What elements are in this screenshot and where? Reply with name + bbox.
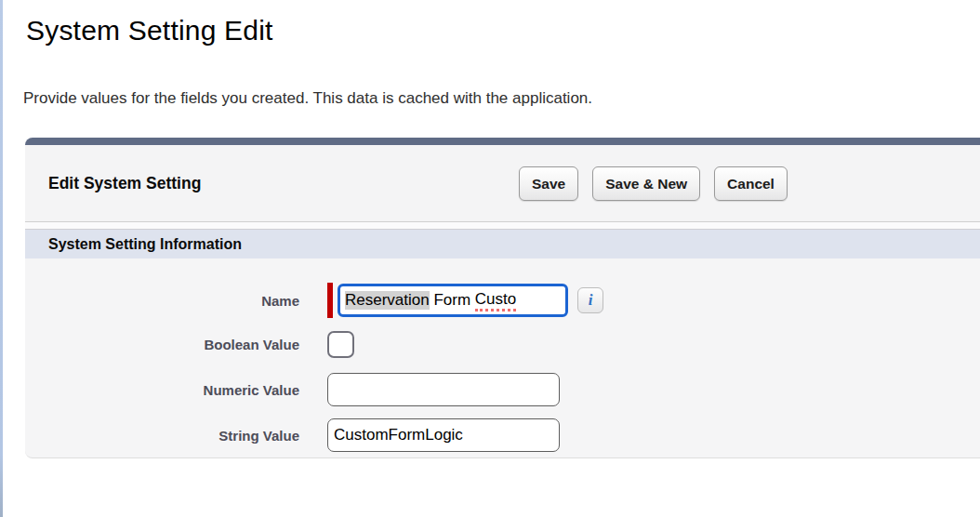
numeric-row: Numeric Value <box>25 372 980 407</box>
page-description: Provide values for the fields you create… <box>23 89 592 108</box>
name-middle-text: Form <box>430 291 475 310</box>
panel-top-accent-bar <box>25 138 980 145</box>
name-field-area: Reservation Form Custo i <box>327 283 603 318</box>
cancel-button[interactable]: Cancel <box>714 166 788 201</box>
string-input[interactable] <box>327 418 560 452</box>
panel-header-title: Edit System Setting <box>48 145 201 222</box>
header-section-gap <box>25 222 980 229</box>
panel-header: Edit System Setting Save Save & New Canc… <box>25 145 980 222</box>
string-field-area <box>327 418 560 453</box>
numeric-field-area <box>327 372 560 407</box>
numeric-label: Numeric Value <box>25 382 299 398</box>
name-selected-text: Reservation <box>345 291 430 310</box>
boolean-row: Boolean Value <box>25 329 980 359</box>
boolean-checkbox[interactable] <box>327 331 354 358</box>
window-left-edge <box>0 0 3 517</box>
page-title: System Setting Edit <box>26 15 273 46</box>
string-label: String Value <box>25 428 299 444</box>
name-input[interactable]: Reservation Form Custo <box>338 284 568 317</box>
edit-panel: Edit System Setting Save Save & New Canc… <box>25 138 980 458</box>
boolean-field-area <box>327 329 354 359</box>
form-content: Name Reservation Form Custo i Boolean Va… <box>25 258 980 458</box>
info-icon[interactable]: i <box>577 287 603 313</box>
button-bar: Save Save & New Cancel <box>519 166 801 201</box>
string-row: String Value <box>25 418 980 453</box>
save-button[interactable]: Save <box>519 166 578 201</box>
section-header: System Setting Information <box>25 229 980 258</box>
save-and-new-button[interactable]: Save & New <box>592 166 700 201</box>
name-row: Name Reservation Form Custo i <box>25 283 980 318</box>
required-indicator <box>327 283 333 318</box>
boolean-label: Boolean Value <box>25 337 299 352</box>
name-misspelled-text: Custo <box>475 290 516 312</box>
numeric-input[interactable] <box>327 373 560 406</box>
name-label: Name <box>25 293 299 309</box>
